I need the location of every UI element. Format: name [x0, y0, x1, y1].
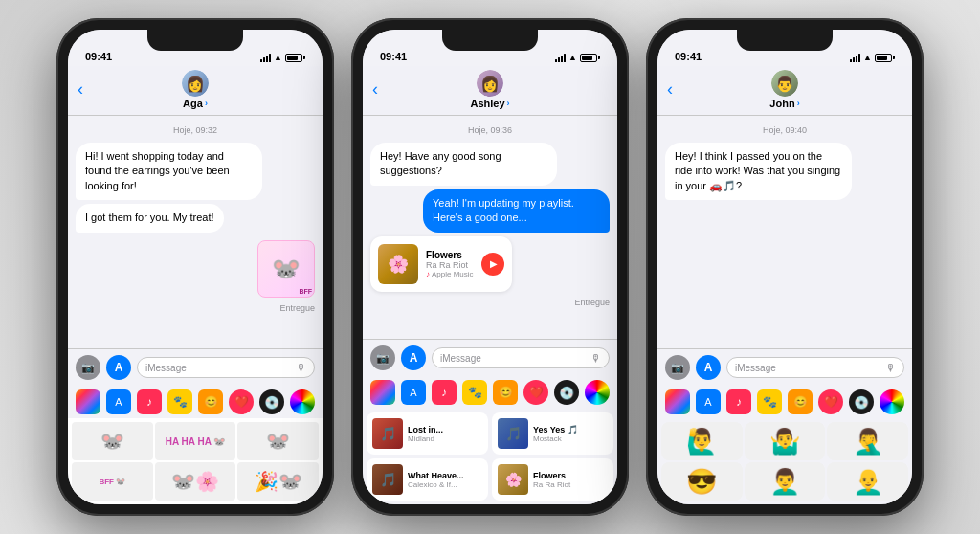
nav-bar-2: ‹ 👩 Ashley ›	[363, 66, 617, 116]
tray-icons-3: A ♪ 🐾 😊 ❤️ 💿	[665, 389, 904, 414]
grid-artist-2b: Mostack	[533, 434, 578, 443]
avatar-3: 👨	[771, 70, 798, 97]
message-input-2[interactable]: iMessage 🎙	[432, 347, 610, 368]
memoji-3d[interactable]: 😎	[661, 462, 743, 501]
music-grid-item-2a[interactable]: 🎵 Lost in... Midland	[367, 412, 488, 455]
msg-status-1: Entregue	[76, 303, 315, 313]
tray-sticker-2[interactable]: 😊	[493, 380, 518, 405]
sticker-1d[interactable]: BFF 🐭	[72, 462, 153, 501]
app-tray-2: A ♪ 🐾 😊 ❤️ 💿	[363, 376, 617, 409]
back-button-2[interactable]: ‹	[372, 79, 378, 100]
messages-area-3: Hoje, 09:40 Hey! I think I passed you on…	[657, 116, 912, 348]
tray-sticker-1[interactable]: 😊	[198, 389, 223, 414]
audio-icon-3: 🎙	[885, 362, 896, 373]
back-button-1[interactable]: ‹	[78, 79, 83, 100]
apps-icon-2[interactable]: A	[401, 345, 426, 370]
tray-color-3[interactable]	[880, 389, 904, 414]
sticker-1a[interactable]: 🐭	[72, 422, 153, 460]
music-card-2[interactable]: 🌸 Flowers Ra Ra Riot ♪ Apple Music ▶	[370, 236, 512, 292]
tray-heart-1[interactable]: ❤️	[229, 389, 254, 414]
camera-icon-3[interactable]: 📷	[665, 355, 690, 380]
tray-paw-2[interactable]: 🐾	[462, 380, 487, 405]
sticker-1b[interactable]: HA HA HA 🐭	[155, 422, 236, 460]
camera-icon-1[interactable]: 📷	[76, 355, 100, 380]
memoji-3e[interactable]: 👨‍🦱	[745, 462, 826, 501]
battery-3	[875, 54, 895, 62]
stickers-panel-1: 🐭 HA HA HA 🐭 🐭 BFF 🐭 🐭🌸 🎉🐭	[68, 418, 323, 504]
tray-music-2[interactable]: ♪	[432, 380, 457, 405]
tray-record-1[interactable]: 💿	[259, 389, 284, 414]
status-time-3: 09:41	[675, 51, 702, 62]
music-grid-item-2c[interactable]: 🎵 What Heave... Calexico & If...	[367, 458, 488, 501]
music-grid-item-2d[interactable]: 🌸 Flowers Ra Ra Riot	[492, 458, 613, 501]
apps-icon-1[interactable]: A	[106, 355, 131, 380]
msg-status-2: Entregue	[370, 298, 610, 307]
msg-bubble-2a: Hey! Have any good song suggestions?	[370, 143, 557, 186]
phones-container: 09:41 ▲ ‹	[0, 0, 980, 534]
status-icons-3: ▲	[850, 53, 895, 62]
music-grid-item-2b[interactable]: 🎵 Yes Yes 🎵 Mostack	[492, 412, 613, 455]
tray-paw-1[interactable]: 🐾	[167, 389, 192, 414]
music-thumb-2: 🌸	[378, 244, 418, 284]
sticker-1e[interactable]: 🐭🌸	[155, 462, 236, 501]
nav-center-3[interactable]: 👨 John ›	[769, 70, 799, 109]
input-bar-3: 📷 A iMessage 🎙	[657, 348, 912, 386]
tray-photos-3[interactable]	[665, 389, 690, 414]
memoji-3b[interactable]: 🤷‍♂️	[745, 422, 826, 460]
tray-photos-1[interactable]	[76, 389, 100, 414]
sticker-bff-1: 🐭 BFF	[257, 240, 315, 298]
memoji-3c[interactable]: 🤦‍♂️	[827, 422, 908, 460]
tray-apps-2[interactable]: A	[401, 380, 426, 405]
tray-heart-2[interactable]: ❤️	[523, 380, 548, 405]
tray-color-1[interactable]	[290, 389, 315, 414]
battery-1	[285, 54, 305, 62]
notch-3	[737, 30, 833, 51]
phone-2: 09:41 ▲ ‹	[351, 18, 629, 516]
tray-apps-1[interactable]: A	[106, 389, 131, 414]
camera-icon-2[interactable]: 📷	[370, 345, 395, 370]
grid-artist-2d: Ra Ra Riot	[533, 480, 570, 489]
music-info-2: Flowers Ra Ra Riot ♪ Apple Music	[426, 250, 474, 278]
back-button-3[interactable]: ‹	[667, 79, 673, 100]
message-input-1[interactable]: iMessage 🎙	[137, 357, 315, 378]
wifi-2: ▲	[568, 53, 577, 62]
tray-record-3[interactable]: 💿	[849, 389, 874, 414]
screen-2: 09:41 ▲ ‹	[363, 30, 617, 504]
msg-meta-3: Hoje, 09:40	[665, 125, 904, 135]
nav-bar-1: ‹ 👩 Aga ›	[68, 66, 323, 116]
memoji-3a[interactable]: 🙋‍♂️	[661, 422, 743, 460]
sticker-1f[interactable]: 🎉🐭	[237, 462, 319, 501]
status-icons-2: ▲	[555, 53, 600, 62]
grid-thumb-2b: 🎵	[498, 418, 528, 449]
tray-photos-2[interactable]	[370, 380, 395, 405]
nav-center-1[interactable]: 👩 Aga ›	[182, 70, 209, 109]
tray-heart-3[interactable]: ❤️	[818, 389, 843, 414]
grid-title-2c: What Heave...	[408, 471, 464, 480]
memoji-3f[interactable]: 👨‍🦲	[827, 462, 908, 501]
apps-icon-3[interactable]: A	[696, 355, 721, 380]
grid-info-2b: Yes Yes 🎵 Mostack	[533, 425, 578, 443]
tray-color-2[interactable]	[585, 380, 610, 405]
contact-name-1: Aga ›	[183, 98, 208, 109]
message-input-3[interactable]: iMessage 🎙	[726, 357, 904, 378]
tray-paw-3[interactable]: 🐾	[757, 389, 782, 414]
tray-music-3[interactable]: ♪	[726, 389, 751, 414]
grid-info-2d: Flowers Ra Ra Riot	[533, 471, 570, 489]
grid-title-2b: Yes Yes 🎵	[533, 425, 578, 434]
tray-music-1[interactable]: ♪	[137, 389, 162, 414]
nav-center-2[interactable]: 👩 Ashley ›	[470, 70, 509, 109]
tray-sticker-3[interactable]: 😊	[788, 389, 813, 414]
sticker-1c[interactable]: 🐭	[237, 422, 319, 460]
tray-icons-2: A ♪ 🐾 😊 ❤️ 💿	[370, 380, 610, 405]
grid-title-2d: Flowers	[533, 471, 570, 480]
screen-1: 09:41 ▲ ‹	[68, 30, 323, 504]
tray-apps-3[interactable]: A	[696, 389, 721, 414]
play-button-2[interactable]: ▶	[481, 253, 504, 276]
contact-name-2: Ashley ›	[470, 98, 509, 109]
music-grid-2: 🎵 Lost in... Midland 🎵 Yes Yes 🎵 Mostack…	[363, 409, 617, 504]
grid-artist-2a: Midland	[408, 434, 443, 443]
avatar-2: 👩	[477, 70, 503, 97]
avatar-1: 👩	[182, 70, 209, 97]
tray-record-2[interactable]: 💿	[554, 380, 579, 405]
status-icons-1: ▲	[260, 53, 305, 62]
